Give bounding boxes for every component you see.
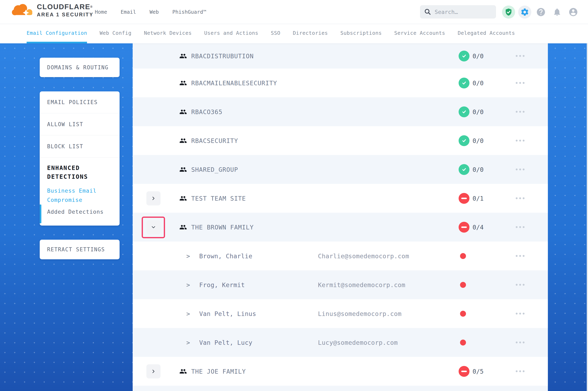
ellipsis-icon (519, 313, 521, 314)
ellipsis-icon (519, 370, 521, 372)
table-row: TEST TEAM SITE 0/1 (133, 184, 548, 213)
collapse-button[interactable] (147, 220, 160, 234)
tab-directories[interactable]: Directories (293, 24, 328, 43)
row-menu-button[interactable] (511, 163, 529, 176)
tab-email-configuration[interactable]: Email Configuration (27, 24, 87, 43)
member-email: Lucy@somedemocorp.com (318, 339, 398, 346)
minus-icon (461, 226, 467, 228)
member-count: 0/4 (472, 223, 484, 231)
security-shield-button[interactable] (502, 5, 515, 19)
sidebar-item-email-policies[interactable]: EMAIL POLICIES (40, 92, 120, 113)
cloudflare-cloud-icon (11, 3, 34, 18)
nav-phishguard[interactable]: PhishGuard™ (172, 9, 206, 15)
sidebar-item-block-list[interactable]: BLOCK LIST (40, 135, 120, 157)
group-icon (179, 137, 187, 144)
group-name: TEST TEAM SITE (191, 195, 246, 202)
group-icon (179, 166, 187, 173)
row-menu-button[interactable] (511, 336, 529, 349)
group-icon (179, 223, 187, 231)
row-menu-button[interactable] (511, 250, 529, 262)
status-check-badge (459, 106, 469, 117)
group-name: THE JOE FAMILY (191, 368, 246, 375)
member-count: 0/0 (472, 79, 484, 87)
expand-button[interactable] (147, 364, 160, 378)
table-row: THE JOE FAMILY 0/5 (133, 357, 548, 386)
member-email: Charlie@somedemocorp.com (318, 252, 409, 260)
member-count: 0/5 (472, 368, 484, 375)
tab-subscriptions[interactable]: Subscriptions (340, 24, 382, 43)
row-menu-button[interactable] (511, 192, 529, 204)
expand-button[interactable] (147, 191, 160, 205)
nav-home[interactable]: Home (95, 9, 107, 15)
member-name: Frog, Kermit (199, 281, 245, 288)
search-input[interactable] (434, 8, 492, 15)
cloudflare-logo[interactable]: CLOUDFLARE® AREA 1 SECURITY (11, 3, 94, 18)
tab-network-devices[interactable]: Network Devices (144, 24, 192, 43)
member-name: Van Pelt, Linus (199, 310, 256, 317)
table-row: > Van Pelt, Lucy Lucy@somedemocorp.com (133, 328, 548, 357)
gear-icon (520, 7, 529, 16)
tab-delegated-accounts[interactable]: Delegated Accounts (457, 24, 515, 43)
member-count: 0/0 (472, 52, 484, 60)
chevron-right-icon[interactable]: > (186, 310, 190, 317)
row-menu-button[interactable] (511, 221, 529, 233)
chevron-right-icon[interactable]: > (186, 252, 190, 260)
tab-web-config[interactable]: Web Config (100, 24, 132, 43)
row-menu-button[interactable] (511, 279, 529, 291)
logo-text: CLOUDFLARE® AREA 1 SECURITY (37, 3, 94, 18)
sidebar-card-policies: EMAIL POLICIES ALLOW LIST BLOCK LIST ENH… (40, 92, 120, 226)
table-row: > Brown, Charlie Charlie@somedemocorp.co… (133, 242, 548, 270)
sidebar-item-business-email-compromise[interactable]: Business Email Compromise (47, 186, 109, 204)
ellipsis-icon (519, 55, 521, 57)
groups-table: RBACDISTRUBUTION 0/0 RBACMAILENABLESECUR… (133, 43, 548, 391)
row-menu-button[interactable] (511, 77, 529, 89)
group-icon (179, 368, 187, 375)
member-email: Linus@somedemocorp.com (318, 310, 402, 317)
sidebar-item-allow-list[interactable]: ALLOW LIST (40, 113, 120, 135)
row-menu-button[interactable] (511, 365, 529, 378)
chevron-right-icon (151, 196, 156, 201)
help-button[interactable] (534, 5, 548, 19)
group-name: RBACO365 (191, 108, 223, 115)
account-button[interactable] (567, 5, 580, 19)
row-menu-button[interactable] (511, 135, 529, 147)
sidebar-item-domains-routing[interactable]: DOMAINS & ROUTING (47, 64, 109, 71)
sidebar-item-retract-settings[interactable]: RETRACT SETTINGS (47, 246, 105, 253)
table-row-partial (133, 386, 548, 391)
settings-button[interactable] (518, 5, 531, 19)
group-name: THE BROWN FAMILY (191, 223, 254, 231)
status-minus-badge (459, 366, 469, 377)
group-name: RBACSECURITY (191, 137, 238, 144)
sidebar-card-domains-routing[interactable]: DOMAINS & ROUTING (40, 58, 120, 77)
sidebar-item-added-detections[interactable]: Added Detections (47, 208, 114, 215)
member-name: Van Pelt, Lucy (199, 339, 252, 346)
sidebar-card-retract-settings[interactable]: RETRACT SETTINGS (40, 240, 120, 259)
logo-subtitle: AREA 1 SECURITY (37, 12, 94, 18)
ellipsis-icon (519, 226, 521, 228)
group-icon (179, 79, 187, 87)
notifications-button[interactable] (551, 5, 564, 19)
chevron-right-icon[interactable]: > (186, 281, 190, 288)
tab-service-accounts[interactable]: Service Accounts (394, 24, 445, 43)
nav-web[interactable]: Web (149, 9, 159, 15)
ellipsis-icon (519, 255, 521, 257)
tab-users-and-actions[interactable]: Users and Actions (204, 24, 258, 43)
search-box[interactable] (420, 5, 496, 18)
row-menu-button[interactable] (511, 106, 529, 118)
ellipsis-icon (519, 284, 521, 286)
app-window: CLOUDFLARE® AREA 1 SECURITY Home Email W… (0, 0, 588, 391)
nav-email[interactable]: Email (121, 9, 136, 15)
status-dot (460, 282, 466, 288)
status-minus-badge (459, 193, 469, 204)
tab-sso[interactable]: SSO (271, 24, 281, 43)
status-check-badge (459, 135, 469, 146)
table-row: RBACO365 0/0 (133, 97, 548, 126)
chevron-right-icon[interactable]: > (186, 339, 190, 346)
row-menu-button[interactable] (511, 50, 529, 62)
config-subnav: Email Configuration Web Config Network D… (0, 24, 588, 43)
table-row: > Frog, Kermit Kermit@somedemocorp.com (133, 270, 548, 299)
scrollbar[interactable] (587, 24, 588, 391)
row-menu-button[interactable] (511, 307, 529, 320)
table-row: RBACDISTRUBUTION 0/0 (133, 43, 548, 69)
bell-icon (553, 7, 562, 16)
